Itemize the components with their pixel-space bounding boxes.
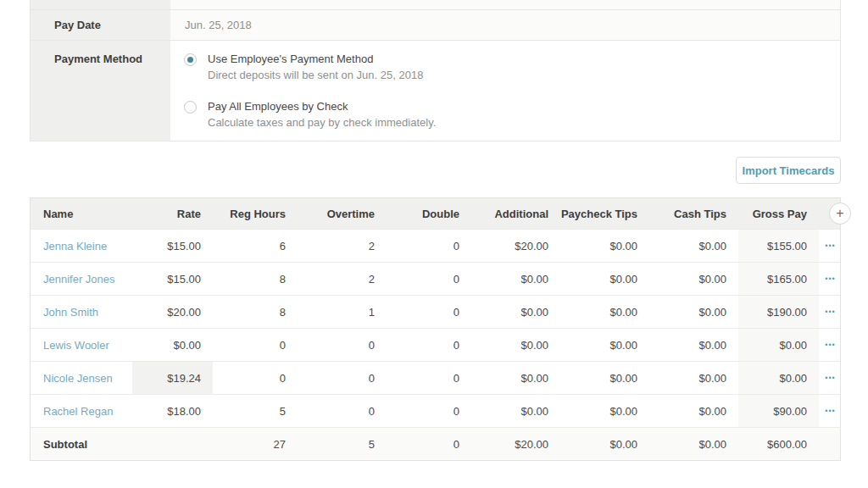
row-actions-ellipsis-button[interactable]: ••• <box>823 272 837 286</box>
row-actions-cell: ••• <box>819 230 842 262</box>
timecard-table: Name Rate Reg Hours Overtime Double Addi… <box>30 197 841 461</box>
radio-selected-icon[interactable] <box>184 53 197 66</box>
employee-reg-hours[interactable]: 5 <box>213 395 298 427</box>
subtotal-additional: $20.00 <box>471 428 560 460</box>
option-pay-all-by-check[interactable]: Pay All Employees by Check Calculate tax… <box>184 100 840 129</box>
employee-overtime[interactable]: 0 <box>298 329 387 361</box>
employee-double[interactable]: 0 <box>387 362 471 394</box>
subtotal-gross-pay: $600.00 <box>738 428 819 460</box>
employee-additional[interactable]: $20.00 <box>471 230 560 262</box>
column-header-name: Name <box>31 198 132 229</box>
row-actions-ellipsis-button[interactable]: ••• <box>823 338 837 352</box>
row-actions-ellipsis-button[interactable]: ••• <box>823 404 837 419</box>
employee-reg-hours[interactable]: 0 <box>213 362 298 394</box>
employee-rate[interactable]: $20.00 <box>132 296 213 328</box>
import-timecards-button[interactable]: Import Timecards <box>736 157 841 184</box>
employee-gross-pay[interactable]: $155.00 <box>738 230 819 262</box>
employee-paycheck-tips[interactable]: $0.00 <box>560 395 649 427</box>
employee-double[interactable]: 0 <box>387 230 471 262</box>
payment-method-options: Use Employee's Payment Method Direct dep… <box>170 41 840 141</box>
employee-double[interactable]: 0 <box>387 263 471 295</box>
employee-reg-hours[interactable]: 8 <box>213 296 298 328</box>
radio-unselected-icon[interactable] <box>184 101 197 114</box>
employee-cash-tips[interactable]: $0.00 <box>649 263 738 295</box>
employee-name-link[interactable]: Nicole Jensen <box>43 372 113 385</box>
employee-name-link[interactable]: Jennifer Jones <box>43 273 115 286</box>
radio-dot <box>187 57 193 63</box>
employee-rate[interactable]: $19.24 <box>132 362 213 394</box>
employee-name-link[interactable]: Lewis Wooler <box>43 339 109 352</box>
employee-overtime[interactable]: 0 <box>298 362 387 394</box>
employee-gross-pay[interactable]: $90.00 <box>738 395 819 427</box>
column-header-paycheck-tips: Paycheck Tips <box>560 198 649 229</box>
previous-row-content <box>170 0 840 9</box>
row-actions-cell: ••• <box>819 296 842 328</box>
column-header-gross-pay: Gross Pay <box>738 198 819 229</box>
subtotal-label: Subtotal <box>31 428 132 460</box>
employee-rate[interactable]: $0.00 <box>132 329 213 361</box>
employee-name-cell: Jennifer Jones <box>31 263 132 295</box>
employee-gross-pay[interactable]: $165.00 <box>738 263 819 295</box>
subtotal-overtime: 5 <box>298 428 387 460</box>
employee-name-link[interactable]: John Smith <box>43 306 98 319</box>
option-text: Use Employee's Payment Method Direct dep… <box>208 53 423 81</box>
pay-date-label: Pay Date <box>31 10 170 40</box>
employee-cash-tips[interactable]: $0.00 <box>649 329 738 361</box>
employee-double[interactable]: 0 <box>387 329 471 361</box>
option-use-employee-payment-method[interactable]: Use Employee's Payment Method Direct dep… <box>184 53 840 81</box>
employee-overtime[interactable]: 0 <box>298 395 387 427</box>
previous-row-fragment <box>31 0 840 10</box>
row-actions-ellipsis-button[interactable]: ••• <box>823 239 837 253</box>
employee-gross-pay[interactable]: $0.00 <box>738 362 819 394</box>
column-header-rate: Rate <box>132 198 213 229</box>
employee-rate[interactable]: $18.00 <box>132 395 213 427</box>
subtotal-reg-hours: 27 <box>213 428 298 460</box>
table-row: Lewis Wooler$0.00000$0.00$0.00$0.00$0.00… <box>31 328 840 361</box>
add-column-button[interactable]: + <box>829 202 851 225</box>
table-row: John Smith$20.00810$0.00$0.00$0.00$190.0… <box>31 295 840 328</box>
employee-rate[interactable]: $15.00 <box>132 230 213 262</box>
employee-name-cell: John Smith <box>31 296 132 328</box>
employee-additional[interactable]: $0.00 <box>471 362 560 394</box>
employee-paycheck-tips[interactable]: $0.00 <box>560 362 649 394</box>
plus-icon: + <box>836 207 843 220</box>
employee-reg-hours[interactable]: 0 <box>213 329 298 361</box>
employee-reg-hours[interactable]: 8 <box>213 263 298 295</box>
subtotal-rate <box>132 428 213 460</box>
option-text: Pay All Employees by Check Calculate tax… <box>208 100 436 129</box>
row-actions-ellipsis-button[interactable]: ••• <box>823 305 837 319</box>
table-body: Jenna Kleine$15.00620$20.00$0.00$0.00$15… <box>31 229 840 427</box>
table-row: Jenna Kleine$15.00620$20.00$0.00$0.00$15… <box>31 229 840 262</box>
employee-gross-pay[interactable]: $0.00 <box>738 329 819 361</box>
employee-cash-tips[interactable]: $0.00 <box>649 230 738 262</box>
employee-name-link[interactable]: Rachel Regan <box>43 405 113 418</box>
column-header-overtime: Overtime <box>298 198 387 229</box>
employee-additional[interactable]: $0.00 <box>471 395 560 427</box>
employee-name-cell: Jenna Kleine <box>31 230 132 262</box>
subtotal-paycheck-tips: $0.00 <box>560 428 649 460</box>
employee-double[interactable]: 0 <box>387 296 471 328</box>
option-label: Use Employee's Payment Method <box>208 53 423 65</box>
employee-reg-hours[interactable]: 6 <box>213 230 298 262</box>
employee-additional[interactable]: $0.00 <box>471 263 560 295</box>
employee-additional[interactable]: $0.00 <box>471 329 560 361</box>
row-actions-ellipsis-button[interactable]: ••• <box>823 371 837 385</box>
employee-overtime[interactable]: 2 <box>298 230 387 262</box>
employee-cash-tips[interactable]: $0.00 <box>649 362 738 394</box>
employee-paycheck-tips[interactable]: $0.00 <box>560 329 649 361</box>
employee-cash-tips[interactable]: $0.00 <box>649 296 738 328</box>
employee-double[interactable]: 0 <box>387 395 471 427</box>
employee-overtime[interactable]: 2 <box>298 263 387 295</box>
employee-rate[interactable]: $15.00 <box>132 263 213 295</box>
employee-additional[interactable]: $0.00 <box>471 296 560 328</box>
column-header-double: Double <box>387 198 471 229</box>
employee-gross-pay[interactable]: $190.00 <box>738 296 819 328</box>
pay-date-value[interactable]: Jun. 25, 2018 <box>170 10 840 40</box>
employee-name-link[interactable]: Jenna Kleine <box>43 240 107 252</box>
employee-paycheck-tips[interactable]: $0.00 <box>560 230 649 262</box>
employee-cash-tips[interactable]: $0.00 <box>649 395 738 427</box>
employee-name-cell: Rachel Regan <box>31 395 132 427</box>
employee-paycheck-tips[interactable]: $0.00 <box>560 263 649 295</box>
employee-paycheck-tips[interactable]: $0.00 <box>560 296 649 328</box>
employee-overtime[interactable]: 1 <box>298 296 387 328</box>
